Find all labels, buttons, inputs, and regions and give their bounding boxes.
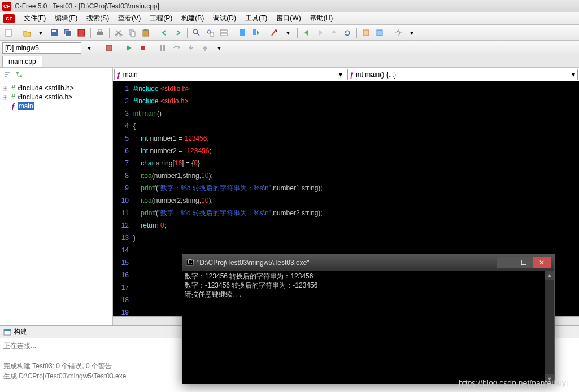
tree-item[interactable]: ƒmain bbox=[2, 102, 110, 111]
nav-up-button[interactable] bbox=[328, 27, 340, 39]
menu-item[interactable]: 文件(F) bbox=[19, 12, 50, 24]
member-dropdown[interactable]: ƒ int main() {...} ▾ bbox=[347, 69, 578, 80]
scroll-up-icon[interactable]: ▲ bbox=[545, 271, 554, 280]
cut-button[interactable] bbox=[112, 27, 125, 39]
find-button[interactable] bbox=[190, 27, 203, 39]
code-line[interactable]: itoa(number2,string,10); bbox=[133, 194, 579, 207]
console-titlebar[interactable]: C:\ "D:\CProj\Test03\mingw5\Test03.exe" … bbox=[182, 255, 554, 271]
watermark: https://blog.csdn.net/nanfeibuyi bbox=[459, 378, 568, 387]
print-button[interactable] bbox=[94, 27, 106, 39]
debug-pause-button[interactable] bbox=[156, 42, 169, 54]
line-number: 6 bbox=[113, 145, 129, 157]
console-scrollbar[interactable]: ▲ ▼ bbox=[545, 271, 554, 384]
svg-rect-21 bbox=[363, 30, 369, 36]
open-button[interactable] bbox=[21, 27, 33, 39]
member-label: int main() {...} bbox=[356, 71, 396, 79]
code-line[interactable]: itoa(number1,string,10); bbox=[133, 169, 579, 182]
line-number: 3 bbox=[113, 107, 129, 120]
console-close-button[interactable]: ✕ bbox=[533, 257, 551, 268]
open-dd-button[interactable]: ▾ bbox=[34, 27, 47, 39]
scope-dropdown[interactable]: ƒ main ▾ bbox=[114, 69, 345, 80]
menu-item[interactable]: 帮助(H) bbox=[306, 12, 338, 24]
include-icon: # bbox=[11, 93, 15, 101]
menu-item[interactable]: 工程(P) bbox=[145, 12, 177, 24]
window-titlebar: CF C-Free 5.0 : Test03 - [D:\CProj\Test0… bbox=[0, 0, 579, 12]
code-line[interactable]: return 0; bbox=[133, 219, 579, 232]
formatter-button[interactable] bbox=[268, 27, 281, 39]
undo-button[interactable] bbox=[158, 27, 171, 39]
settings-button[interactable] bbox=[392, 27, 404, 39]
replace-button[interactable] bbox=[217, 27, 230, 39]
tool1-button[interactable] bbox=[360, 27, 372, 39]
compiler-dd-arrow[interactable]: ▾ bbox=[83, 42, 95, 54]
tool2-button[interactable] bbox=[373, 27, 386, 39]
menu-item[interactable]: 工具(T) bbox=[241, 12, 272, 24]
new-file-button[interactable] bbox=[2, 27, 15, 39]
close-button[interactable] bbox=[75, 27, 88, 39]
line-number: 17 bbox=[113, 281, 129, 294]
console-body[interactable]: 数字：123456 转换后的字符串为：123456数字：-123456 转换后的… bbox=[182, 271, 554, 384]
paste-button[interactable] bbox=[140, 27, 152, 39]
run-button[interactable] bbox=[123, 42, 135, 54]
console-maximize-button[interactable]: ☐ bbox=[515, 257, 533, 268]
svg-rect-31 bbox=[4, 329, 11, 331]
save-all-button[interactable] bbox=[62, 27, 74, 39]
code-line[interactable]: } bbox=[133, 232, 579, 244]
code-line[interactable]: #include <stdio.h> bbox=[133, 95, 579, 107]
copy-button[interactable] bbox=[126, 27, 138, 39]
line-number: 7 bbox=[113, 157, 129, 169]
expand-icon[interactable]: ⊞ bbox=[2, 93, 9, 101]
code-line[interactable]: char string[16] = {0}; bbox=[133, 157, 579, 169]
menu-item[interactable]: 查看(V) bbox=[114, 12, 145, 24]
line-number: 2 bbox=[113, 95, 129, 107]
code-line[interactable]: printf("数字：%d 转换后的字符串为：%s\n",number1,str… bbox=[133, 182, 579, 194]
svg-rect-22 bbox=[377, 30, 382, 36]
line-number: 10 bbox=[113, 194, 129, 207]
redo-button[interactable] bbox=[172, 27, 184, 39]
console-minimize-button[interactable]: ─ bbox=[497, 257, 515, 268]
refresh-button[interactable] bbox=[341, 27, 354, 39]
compiler-label: [D] mingw5 bbox=[5, 44, 39, 52]
expand-icon[interactable]: ⊞ bbox=[2, 84, 9, 92]
app-menu-icon: CF bbox=[3, 14, 15, 23]
code-line[interactable]: int number1 = 123456; bbox=[133, 132, 579, 145]
menu-item[interactable]: 窗口(W) bbox=[272, 12, 305, 24]
build-button[interactable] bbox=[103, 42, 115, 54]
step-out-button[interactable] bbox=[199, 42, 211, 54]
menu-item[interactable]: 调试(D) bbox=[208, 12, 241, 24]
console-line: 数字：123456 转换后的字符串为：123456 bbox=[185, 272, 552, 281]
sidebar-sort-button[interactable] bbox=[2, 69, 12, 80]
tree-item[interactable]: ⊞##include <stdlib.h> bbox=[2, 84, 110, 93]
code-line[interactable]: { bbox=[133, 120, 579, 132]
tree-item[interactable]: ⊞##include <stdio.h> bbox=[2, 93, 110, 102]
svg-rect-17 bbox=[220, 30, 227, 32]
svg-rect-18 bbox=[220, 33, 227, 36]
formatter-dd-button[interactable]: ▾ bbox=[282, 27, 294, 39]
find-in-files-button[interactable] bbox=[204, 27, 216, 39]
svg-rect-6 bbox=[97, 32, 103, 35]
menu-item[interactable]: 编辑(E) bbox=[50, 12, 82, 24]
menu-item[interactable]: 搜索(S) bbox=[82, 12, 114, 24]
nav-back-button[interactable] bbox=[301, 27, 313, 39]
step-over-button[interactable] bbox=[171, 42, 183, 54]
stop-button[interactable] bbox=[137, 42, 149, 54]
settings-dd-button[interactable]: ▾ bbox=[406, 27, 418, 39]
sidebar-tree-button[interactable] bbox=[14, 69, 24, 80]
step-dd-button[interactable]: ▾ bbox=[213, 42, 225, 54]
compiler-dropdown[interactable]: [D] mingw5 bbox=[2, 42, 81, 54]
code-line[interactable]: #include <stdlib.h> bbox=[133, 82, 579, 95]
code-line[interactable]: int number2 = -123456; bbox=[133, 145, 579, 157]
step-into-button[interactable] bbox=[185, 42, 197, 54]
bookmark-button[interactable] bbox=[236, 27, 249, 39]
save-button[interactable] bbox=[48, 27, 60, 39]
line-number: 5 bbox=[113, 132, 129, 145]
scope-label: main bbox=[123, 71, 138, 79]
bookmark-next-button[interactable] bbox=[250, 27, 262, 39]
nav-forward-button[interactable] bbox=[314, 27, 326, 39]
menu-item[interactable]: 构建(B) bbox=[177, 12, 208, 24]
code-line[interactable]: int main() bbox=[133, 107, 579, 120]
editor-tab[interactable]: main.cpp bbox=[2, 56, 42, 67]
line-number: 9 bbox=[113, 182, 129, 194]
code-line[interactable]: printf("数字：%d 转换后的字符串为：%s\n",number2,str… bbox=[133, 207, 579, 219]
window-title: C-Free 5.0 : Test03 - [D:\CProj\Test03\m… bbox=[15, 2, 159, 10]
